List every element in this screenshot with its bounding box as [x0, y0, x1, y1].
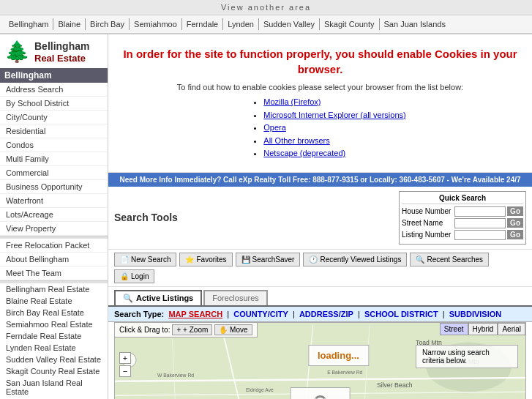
svg-text:E Bakerview Rd: E Bakerview Rd [327, 370, 362, 375]
logo-line2: Real Estate [34, 53, 89, 64]
toolbar-favorites[interactable]: ⭐ Favorites [179, 253, 232, 266]
logo-text: Bellingham Real Estate [34, 40, 89, 64]
cookie-warning-heading: In order for the site to function proper… [123, 46, 517, 77]
cookie-warning-subtext: To find out how to enable cookies please… [123, 83, 517, 92]
search-type-school-district[interactable]: SCHOOL DISTRICT [364, 310, 438, 318]
map-type-hybrid[interactable]: Hybrid [468, 323, 498, 335]
searchsaver-label: SearchSaver [252, 256, 295, 264]
search-type-bar: Search Type: MAP SEARCH | COUNTY/CITY | … [108, 305, 532, 322]
click-drag-text: Click & Drag to: [119, 326, 170, 334]
browser-item-firefox: Mozilla (Firefox) [263, 96, 405, 109]
tab-active-listings[interactable]: 🔍 Active Listings [114, 290, 202, 305]
sidebar-link-lynden[interactable]: Lynden Real Estate [0, 342, 108, 354]
sidebar-item-view-property[interactable]: View Property [0, 222, 108, 236]
sidebar-link-birchbay[interactable]: Birch Bay Real Estate [0, 307, 108, 318]
map-controls-top: Click & Drag to: + + Zoom ✋ Move Street … [115, 323, 525, 338]
nav-tab-blaine[interactable]: Blaine [53, 18, 86, 30]
toolbar-new-search[interactable]: 📄 New Search [114, 253, 176, 266]
sidebar-item-by-school-district[interactable]: By School District [0, 97, 108, 111]
zoom-out-button[interactable]: − [119, 365, 131, 377]
nav-tab-birchbay[interactable]: Birch Bay [86, 18, 130, 30]
sidebar-link-bellingham[interactable]: Bellingham Real Estate [0, 283, 108, 295]
toolbar-recent-searches[interactable]: 🔍 Recent Searches [410, 253, 489, 266]
sidebar-item-condos[interactable]: Condos [0, 138, 108, 152]
browser-item-other: All Other browsers [263, 135, 405, 148]
sidebar-item-free-relocation[interactable]: Free Relocation Packet [0, 239, 108, 253]
sidebar-item-about[interactable]: About Bellingham [0, 253, 108, 266]
nav-tab-sanjuan[interactable]: San Juan Islands [380, 18, 450, 30]
map-loading-text: loading... [318, 350, 359, 361]
search-type-label: Search Type: [114, 310, 164, 318]
move-btn-label[interactable]: ✋ Move [214, 324, 252, 335]
cookie-warning: In order for the site to function proper… [108, 34, 532, 173]
qs-go-listing[interactable]: Go [507, 230, 523, 239]
qs-input-house[interactable] [454, 206, 506, 217]
sidebar-link-sanjuan[interactable]: San Juan Island Real Estate [0, 377, 108, 398]
new-search-label: New Search [131, 256, 171, 264]
svg-text:Silver Beach: Silver Beach [377, 381, 413, 389]
top-bar: View another area [0, 0, 532, 15]
map-type-aerial[interactable]: Aerial [498, 323, 525, 335]
browser-item-netscape: Netscape (deprecated) [263, 147, 405, 160]
svg-text:W Bakerview Rd: W Bakerview Rd [157, 373, 194, 378]
recent-searches-icon: 🔍 [416, 256, 424, 264]
zoom-label: + Zoom [183, 326, 208, 334]
sidebar-item-business-opp[interactable]: Business Opportunity [0, 180, 108, 194]
sidebar-item-lots-acreage[interactable]: Lots/Acreage [0, 208, 108, 222]
qs-input-street[interactable] [454, 218, 506, 228]
spinner-icon [312, 395, 327, 399]
search-type-county-city[interactable]: COUNTY/CITY [233, 310, 288, 318]
search-tools-label: Search Tools [114, 212, 178, 223]
favorites-icon: ⭐ [185, 256, 194, 264]
search-tools-area: Search Tools Quick Search House Number G… [108, 187, 532, 250]
listing-tabs: 🔍 Active Listings Foreclosures [108, 287, 532, 305]
sidebar-item-waterfront[interactable]: Waterfront [0, 194, 108, 208]
sidebar-item-address-search[interactable]: Address Search [0, 83, 108, 97]
map-loading-spinner: loading... [290, 387, 351, 399]
sidebar-link-skagit[interactable]: Skagit County Real Estate [0, 365, 108, 377]
sidebar-logo: 🌲 Bellingham Real Estate [0, 34, 108, 68]
qs-input-listing[interactable] [454, 230, 506, 240]
nav-tab-ferndale[interactable]: Ferndale [182, 18, 223, 30]
logo-tree-icon: 🌲 [4, 42, 30, 62]
search-type-subdivision[interactable]: SUBDIVISION [449, 310, 502, 318]
tab-foreclosures[interactable]: Foreclosures [203, 290, 268, 305]
qs-go-street[interactable]: Go [507, 218, 523, 228]
qs-label-listing: Listing Number [402, 231, 453, 239]
zoom-btn-label[interactable]: + + Zoom [172, 324, 212, 335]
sidebar-link-semiahmoo[interactable]: Semiahmoo Real Estate [0, 318, 108, 330]
sidebar-link-ferndale[interactable]: Ferndale Real Estate [0, 330, 108, 342]
nav-tab-semiahmoo[interactable]: Semiahmoo [130, 18, 182, 30]
toolbar-recently-viewed[interactable]: 🕐 Recently Viewed Listings [303, 253, 407, 266]
toolbar-searchsaver[interactable]: 💾 SearchSaver [236, 253, 301, 266]
zoom-in-button[interactable]: + [119, 352, 131, 364]
search-type-address-zip[interactable]: ADDRESS/ZIP [299, 310, 353, 318]
login-icon: 🔒 [120, 272, 129, 280]
zoom-icon: + [176, 326, 181, 334]
nav-tab-bellingham[interactable]: Bellingham [4, 18, 53, 30]
sidebar-link-suddenvalley[interactable]: Sudden Valley Real Estate [0, 354, 108, 365]
search-type-map[interactable]: MAP SEARCH [168, 310, 222, 318]
map-type-buttons: Street Hybrid Aerial [440, 323, 525, 335]
top-bar-text: View another area [221, 3, 311, 12]
qs-go-house[interactable]: Go [507, 206, 523, 216]
sidebar-item-meet-team[interactable]: Meet The Team [0, 266, 108, 280]
info-bar: Need More Info Immediately? Call eXp Rea… [108, 173, 532, 187]
nav-tab-skagit[interactable]: Skagit County [320, 18, 379, 30]
sidebar-link-blaine[interactable]: Blaine Real Estate [0, 295, 108, 307]
toolbar-login[interactable]: 🔒 Login [114, 269, 154, 283]
sidebar-item-residential[interactable]: Residential [0, 124, 108, 138]
toolbar-buttons: 📄 New Search ⭐ Favorites 💾 SearchSaver 🕐… [108, 250, 532, 287]
sidebar-item-city-county[interactable]: City/County [0, 111, 108, 124]
quick-search-box: Quick Search House Number Go Street Name… [399, 191, 526, 245]
map-narrow-message: Narrow using search criteria below. [416, 345, 518, 368]
main-content: In order for the site to function proper… [108, 34, 532, 399]
recently-viewed-icon: 🕐 [309, 256, 318, 264]
sidebar-item-commercial[interactable]: Commercial [0, 166, 108, 180]
new-search-icon: 📄 [120, 256, 129, 264]
map-type-street[interactable]: Street [440, 323, 468, 335]
nav-tab-suddenvalley[interactable]: Sudden Valley [259, 18, 320, 30]
nav-tab-lynden[interactable]: Lynden [223, 18, 259, 30]
login-label: Login [131, 272, 149, 280]
sidebar-item-multi-family[interactable]: Multi Family [0, 152, 108, 166]
